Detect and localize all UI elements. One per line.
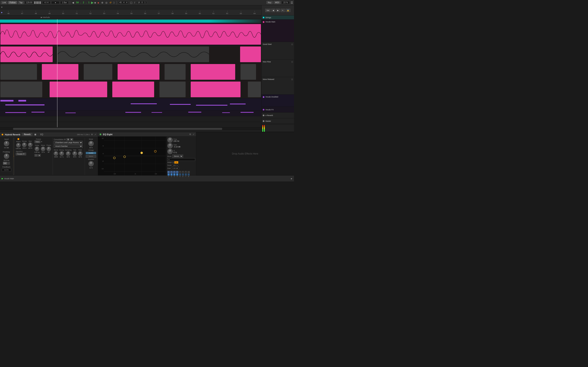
bpm-display[interactable]: 129.00 [25,1,34,4]
rp-lock-button[interactable]: 🔒 [286,9,290,12]
vd-clip-1[interactable] [0,100,13,101]
rp-vocals-main-track[interactable]: Vocals Main [261,20,294,42]
rp-forward-button[interactable]: ▶ [276,9,280,12]
eq-settings-icon[interactable]: ⚙ [189,133,191,135]
predelay-knob[interactable] [4,154,9,159]
sync-button[interactable]: ♩ [7,162,10,165]
quantize-display[interactable]: 1 Bar [60,1,68,4]
good-start-clip-1[interactable] [0,47,53,62]
band-7-checkbox[interactable] [185,174,187,175]
loop-end-display[interactable]: 18 . 0 . 1 [136,1,147,4]
link-button[interactable]: Link [1,1,7,4]
band-4-type-icon[interactable]: ⌒ [176,171,178,173]
rate-knob[interactable] [78,151,82,156]
convolution-preset-select[interactable]: Vocal Chamber [54,145,83,148]
size-knob[interactable] [28,142,33,147]
band-1-type-icon[interactable]: ⊢ [167,171,170,173]
key-button[interactable]: Key [267,1,273,4]
eq-tab[interactable]: EQ [38,133,45,136]
vintage-mode-button[interactable]: Subtle [86,152,96,154]
algo-shape-2[interactable]: ◆ [38,154,41,157]
band-4-checkbox[interactable] [176,174,178,175]
decay-knob[interactable] [22,142,26,147]
reverb-resize-icon[interactable]: ⤢ [95,133,96,136]
tap-button[interactable]: Tap [18,1,24,4]
set-button[interactable]: Set [265,9,270,12]
nf-clip-1[interactable] [0,64,37,80]
band-2-type-icon[interactable]: ⌒ [170,171,173,173]
rp-more-relaxed-track[interactable]: More Relaxed ◻ [261,77,294,95]
rp-pencil-button[interactable]: ✏ [281,9,285,12]
rp-good-start-track[interactable]: Good Start ◻ [261,42,294,59]
pencil-icon[interactable]: / [134,1,136,4]
metro-display[interactable]: ● [51,1,60,4]
punch-icon[interactable]: ⟩ [113,1,115,4]
drywet-knob[interactable] [88,161,94,166]
gain-knob[interactable] [167,143,173,149]
good-start-clip-2[interactable] [58,47,209,62]
loop-start-display[interactable]: 45 . 4 . 4 [118,1,129,4]
rp-vocals-doubled-track[interactable]: Vocals Doubled [261,95,294,107]
bass-mode-button[interactable]: Mono [86,155,96,158]
freq-knob[interactable] [167,137,173,143]
conv-prev-button[interactable]: ◀ [67,138,69,141]
mr-clip-1[interactable] [0,82,42,97]
arrangement-icon[interactable]: ⊕ [101,1,104,4]
band-7-type-icon[interactable]: ⌒ [185,171,187,173]
parallel-button[interactable]: Parallel ▼ [16,153,26,155]
adapt-q-on-button[interactable]: On [174,161,178,164]
back-icon[interactable]: ◀ [71,1,75,4]
decay2-knob[interactable] [60,151,64,156]
band-3-type-icon[interactable]: ⌒ [173,171,176,173]
rp-master-track[interactable]: Master [261,118,294,124]
nf-clip-5[interactable] [164,64,185,80]
follow-button[interactable]: Follow [8,1,17,4]
zoom-display[interactable]: 15 % [282,1,290,4]
reverb-tab[interactable]: Reverb [22,133,33,136]
wave-knob[interactable] [41,147,45,151]
mr-clip-4[interactable] [159,82,186,97]
loop-icon[interactable]: ↺ [109,1,112,4]
good-start-clip-3[interactable] [240,47,261,62]
nf-clip-6[interactable] [191,64,235,80]
convolution-type-select[interactable]: Chambers and Large Rooms [54,141,83,144]
vd-clip-2[interactable] [18,100,26,101]
band-5-type-icon[interactable]: ⌒ [179,171,181,173]
phase-knob[interactable] [47,147,51,151]
clip-icon[interactable]: ◎ [105,1,108,4]
mr-clip-3[interactable] [112,82,154,97]
band-3-checkbox[interactable] [173,174,175,175]
stop-icon[interactable]: ■ [94,1,96,4]
attack-knob[interactable] [16,143,21,147]
time-scrollbar[interactable] [0,127,261,130]
rp-strings-track[interactable]: Strings [261,16,294,20]
scrollbar-thumb[interactable] [13,128,222,130]
time-sig-display[interactable]: 4 / 4 [42,1,51,4]
eq-band4-point[interactable] [141,152,143,154]
nf-clip-3[interactable] [84,64,112,80]
rp-a-reverb-track[interactable]: A Reverb [261,113,294,118]
nf-clip-7[interactable] [241,64,256,80]
collapse-icon[interactable]: ▼ [1,6,3,8]
record-icon[interactable]: ● [97,1,100,4]
band-8-type-icon[interactable]: ⊣ [187,171,190,173]
ms-button[interactable]: ms [3,162,7,165]
q-knob[interactable] [167,149,173,154]
play-icon[interactable]: ▶ [91,1,94,4]
algo-shape-1[interactable]: ▢ [35,154,38,157]
vocals-main-clip[interactable] [0,24,261,45]
mr-clip-2[interactable] [50,82,107,97]
reverb-settings-icon[interactable]: ⚙ [91,133,93,136]
conv-next-button[interactable]: ▶ [70,138,73,141]
mr-clip-6[interactable] [248,82,261,97]
midi-button[interactable]: MIDI [274,1,281,4]
mode-select[interactable]: Stereo [172,155,183,158]
rp-back-button[interactable]: ◀ [271,9,275,12]
band-6-checkbox[interactable] [182,174,184,175]
band-1-checkbox[interactable] [168,174,170,175]
blend-knob[interactable] [54,151,58,156]
tide-knob[interactable] [72,151,77,156]
strings-clip[interactable] [0,20,261,23]
band-8-checkbox[interactable] [188,174,190,175]
band-6-type-icon[interactable]: ⌒ [182,171,184,173]
